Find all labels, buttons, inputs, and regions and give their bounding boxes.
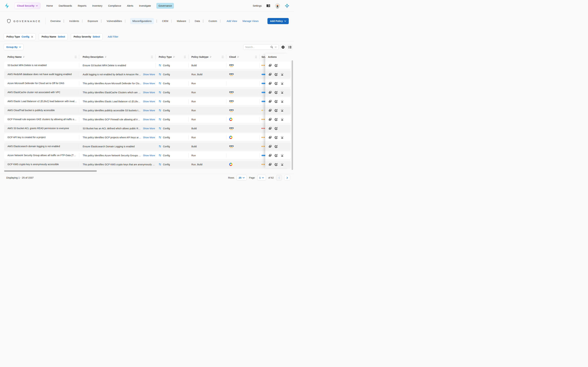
edit-policy-button[interactable] xyxy=(274,163,278,166)
show-more-link[interactable]: Show More xyxy=(143,118,155,121)
show-more-link[interactable]: Show More xyxy=(143,136,155,139)
remove-filter-icon[interactable] xyxy=(31,36,33,38)
table-row[interactable]: AWS ElastiCache cluster not associated w… xyxy=(4,89,291,96)
filter-chip-value[interactable]: Select xyxy=(58,35,65,38)
table-row[interactable]: GCP API key is created for a project Thi… xyxy=(4,133,291,141)
create-alert-rule-button[interactable] xyxy=(280,108,284,112)
rows-per-page-select[interactable]: 25 xyxy=(237,175,247,181)
edit-policy-button[interactable] xyxy=(274,82,278,85)
table-row[interactable]: AWS S3 bucket ACL grants READ permission… xyxy=(4,125,291,132)
create-alert-rule-button[interactable] xyxy=(280,73,284,76)
create-alert-rule-button[interactable] xyxy=(280,163,284,166)
create-alert-rule-button[interactable] xyxy=(280,117,284,121)
manage-views-link[interactable]: Manage Views xyxy=(242,20,259,22)
column-drag-handle[interactable] xyxy=(75,56,76,58)
edit-policy-button[interactable] xyxy=(274,117,278,121)
filter-chip-policy-severity[interactable]: Policy Severity Select xyxy=(71,33,103,40)
tab-label[interactable]: CIEM xyxy=(162,18,169,24)
clone-policy-button[interactable] xyxy=(268,82,272,85)
tab-label[interactable]: Misconfigurations xyxy=(130,18,154,24)
tab-label[interactable]: Incidents xyxy=(69,18,79,24)
edit-policy-button[interactable] xyxy=(274,108,278,112)
edit-policy-button[interactable] xyxy=(274,64,278,67)
sort-icon[interactable] xyxy=(237,56,239,58)
create-alert-rule-button[interactable] xyxy=(280,154,284,157)
tab-menu-kebab-icon[interactable] xyxy=(101,19,102,23)
tab-menu-kebab-icon[interactable] xyxy=(125,19,126,23)
nav-item-alerts[interactable]: Alerts xyxy=(127,3,134,9)
edit-policy-button[interactable] xyxy=(274,145,278,148)
table-row[interactable]: AWS Redshift database does not have audi… xyxy=(4,70,291,78)
copilot-sparkle-icon[interactable] xyxy=(285,3,290,8)
show-more-link[interactable]: Show More xyxy=(143,91,155,94)
table-row[interactable]: AWS Elasticsearch domain logging is not … xyxy=(4,142,291,150)
tab-menu-kebab-icon[interactable] xyxy=(82,19,83,23)
nav-item-investigate[interactable]: Investigate xyxy=(139,3,151,9)
clone-policy-button[interactable] xyxy=(268,117,272,121)
tab-label[interactable]: Data xyxy=(194,18,200,24)
clone-policy-button[interactable] xyxy=(268,91,272,94)
create-alert-rule-button[interactable] xyxy=(280,82,284,85)
show-more-link[interactable]: Show More xyxy=(143,127,155,130)
column-settings-button[interactable] xyxy=(287,44,293,50)
column-header-cloud[interactable]: Cloud xyxy=(229,54,239,60)
next-page-button[interactable] xyxy=(284,175,290,181)
nav-item-governance[interactable]: Governance xyxy=(156,3,174,9)
clear-search-icon[interactable] xyxy=(275,46,277,48)
filter-chip-value[interactable]: Config xyxy=(22,35,29,38)
settings-link[interactable]: Settings xyxy=(253,4,262,7)
page-number-select[interactable]: 1 xyxy=(257,175,266,181)
show-more-link[interactable]: Show More xyxy=(143,100,155,103)
show-more-link[interactable]: Show More xyxy=(143,73,155,76)
search-input[interactable] xyxy=(245,46,269,49)
add-filter-link[interactable]: Add Filter xyxy=(108,35,118,38)
tab-label[interactable]: Vulnerabilities xyxy=(106,18,122,24)
show-more-link[interactable]: Show More xyxy=(143,109,155,112)
tab-menu-kebab-icon[interactable] xyxy=(171,19,172,23)
nav-item-reports[interactable]: Reports xyxy=(78,3,87,9)
tab-menu-kebab-icon[interactable] xyxy=(220,19,221,23)
add-view-link[interactable]: Add View xyxy=(227,20,237,22)
product-switcher[interactable]: Cloud Security xyxy=(14,2,41,9)
clone-policy-button[interactable] xyxy=(268,73,272,76)
table-row[interactable]: S3 bucket MFA Delete is not enabled Ensu… xyxy=(4,61,291,69)
column-drag-handle[interactable] xyxy=(184,56,186,58)
docs-book-icon[interactable] xyxy=(266,4,270,8)
column-header-policy-type[interactable]: Policy Type xyxy=(159,54,175,60)
filter-chip-value[interactable]: Select xyxy=(93,35,100,38)
column-drag-handle[interactable] xyxy=(151,56,153,58)
clone-policy-button[interactable] xyxy=(268,108,272,112)
tab-label[interactable]: Custom xyxy=(208,18,217,24)
edit-policy-button[interactable] xyxy=(274,127,278,130)
filter-chip-policy-type[interactable]: Policy Type Config xyxy=(4,33,36,40)
previous-page-button[interactable] xyxy=(276,175,282,181)
clone-policy-button[interactable] xyxy=(268,64,272,67)
tab-menu-kebab-icon[interactable] xyxy=(189,19,190,23)
table-row[interactable]: Azure Network Security Group allows all … xyxy=(4,151,291,159)
column-header-policy-name[interactable]: Policy Name xyxy=(8,54,25,60)
table-row[interactable]: AWS Elastic Load Balancer v2 (ELBv2) loa… xyxy=(4,98,291,105)
create-alert-rule-button[interactable] xyxy=(280,100,284,103)
sort-icon[interactable] xyxy=(23,56,25,58)
edit-policy-button[interactable] xyxy=(274,100,278,103)
brand-logo-icon[interactable] xyxy=(4,3,9,9)
table-row[interactable]: AWS CloudTrail bucket is publicly access… xyxy=(4,107,291,114)
nav-item-dashboards[interactable]: Dashboards xyxy=(58,3,72,9)
group-by-button[interactable]: Group By xyxy=(4,44,24,50)
nav-item-home[interactable]: Home xyxy=(46,3,53,9)
clone-policy-button[interactable] xyxy=(268,163,272,166)
column-drag-handle[interactable] xyxy=(222,56,223,58)
tab-label[interactable]: Exposure xyxy=(87,18,98,24)
horizontal-scrollbar[interactable] xyxy=(4,170,97,172)
show-more-link[interactable]: Show More xyxy=(143,82,155,85)
show-more-link[interactable]: Show More xyxy=(143,154,155,157)
user-avatar[interactable] xyxy=(275,3,280,8)
add-policy-button[interactable]: Add Policy xyxy=(268,18,289,24)
clone-policy-button[interactable] xyxy=(268,127,272,130)
tab-label[interactable]: Malware xyxy=(176,18,186,24)
clone-policy-button[interactable] xyxy=(268,136,272,139)
create-alert-rule-button[interactable] xyxy=(280,91,284,94)
column-header-policy-description[interactable]: Policy Description xyxy=(83,54,107,60)
search-icon[interactable] xyxy=(270,46,273,49)
tab-menu-kebab-icon[interactable] xyxy=(63,19,64,23)
